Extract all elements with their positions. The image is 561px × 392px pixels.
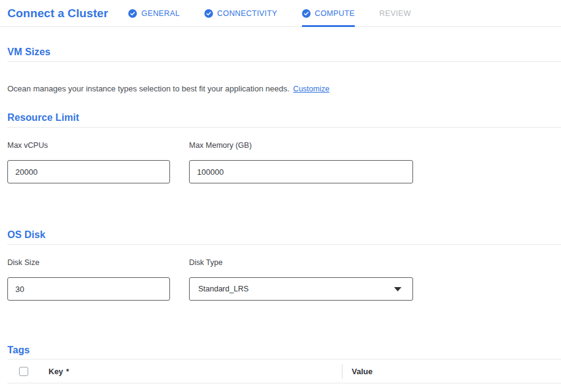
max-vcpus-label: Max vCPUs [7,141,170,150]
disk-size-field-group: Disk Size [7,258,170,301]
max-memory-input[interactable] [189,160,413,183]
tab-general[interactable]: GENERAL [128,0,180,26]
page-title: Connect a Cluster [7,7,108,20]
wizard-tabs: GENERAL CONNECTIVITY COMPUTE REVIEW [128,0,411,26]
tab-label: REVIEW [379,9,411,18]
column-divider [342,364,342,379]
max-memory-field-group: Max Memory (GB) [189,141,413,183]
disk-type-dropdown[interactable]: Standard_LRS [189,277,413,301]
tab-label: CONNECTIVITY [217,9,277,18]
tab-review[interactable]: REVIEW [379,0,411,26]
section-tags: Tags Key* Value [0,345,561,383]
disk-type-field-group: Disk Type Standard_LRS [189,258,413,301]
os-disk-heading: OS Disk [7,229,561,245]
tab-label: GENERAL [141,9,180,18]
customize-link[interactable]: Customize [293,85,330,93]
tags-value-column-header: Value [352,367,373,376]
disk-type-selected-value: Standard_LRS [198,285,249,293]
key-column-label: Key [48,367,63,376]
vm-sizes-description: Ocean manages your instance types select… [7,84,561,93]
resource-limit-fields: Max vCPUs Max Memory (GB) [7,141,561,183]
check-circle-icon [204,9,213,18]
resource-limit-heading: Resource Limit [7,112,561,128]
tags-key-column-header: Key* [48,367,69,376]
wizard-header: Connect a Cluster GENERAL CONNECTIVITY C… [0,0,561,27]
select-all-checkbox[interactable] [19,367,28,376]
tab-connectivity[interactable]: CONNECTIVITY [204,0,277,26]
max-vcpus-field-group: Max vCPUs [7,141,170,183]
vm-sizes-description-text: Ocean manages your instance types select… [7,84,290,93]
tab-label: COMPUTE [315,9,355,18]
section-vm-sizes: VM Sizes Ocean manages your instance typ… [0,47,561,93]
section-os-disk: OS Disk Disk Size Disk Type Standard_LRS [0,229,561,301]
max-vcpus-input[interactable] [7,160,170,183]
tags-heading: Tags [7,345,561,359]
tags-table-header: Key* Value [7,359,561,383]
vm-sizes-heading: VM Sizes [7,47,561,62]
caret-down-icon [394,287,401,291]
check-circle-icon [302,9,311,18]
section-resource-limit: Resource Limit Max vCPUs Max Memory (GB) [0,112,561,183]
disk-type-label: Disk Type [189,258,413,267]
max-memory-label: Max Memory (GB) [189,141,413,150]
disk-size-label: Disk Size [7,258,170,267]
required-asterisk: * [66,367,69,376]
disk-size-input[interactable] [7,277,170,301]
os-disk-fields: Disk Size Disk Type Standard_LRS [7,258,561,301]
tab-compute[interactable]: COMPUTE [302,0,355,26]
check-circle-icon [128,9,137,18]
